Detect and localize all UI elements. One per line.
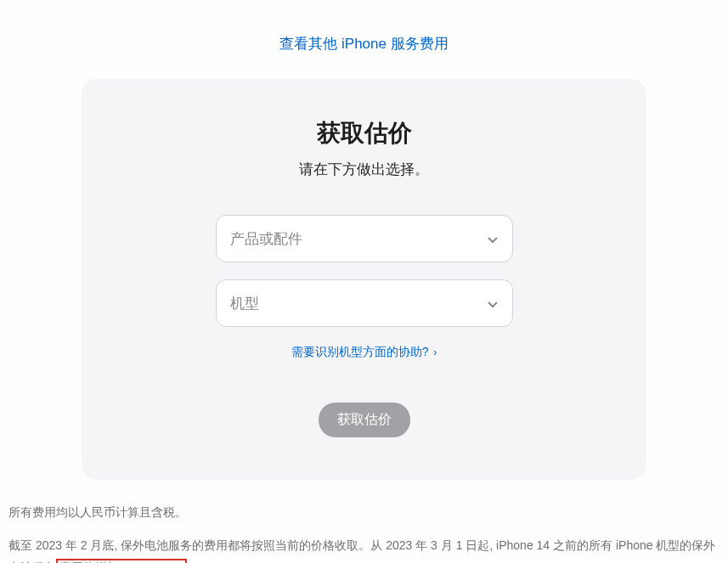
get-estimate-button[interactable]: 获取估价 — [319, 403, 410, 437]
footer-note-price-change: 截至 2023 年 2 月底, 保外电池服务的费用都将按照当前的价格收取。从 2… — [8, 534, 720, 563]
select-group: 产品或配件 机型 — [116, 215, 612, 327]
submit-wrapper: 获取估价 — [116, 403, 612, 437]
chevron-down-icon — [487, 233, 499, 245]
chevron-right-icon: › — [433, 346, 437, 358]
other-iphone-services-link[interactable]: 查看其他 iPhone 服务费用 — [279, 36, 448, 52]
help-link-container: 需要识别机型方面的协助? › — [116, 344, 612, 360]
card-subtitle: 请在下方做出选择。 — [116, 160, 612, 179]
product-select-wrapper: 产品或配件 — [216, 215, 513, 262]
estimate-card: 获取估价 请在下方做出选择。 产品或配件 机型 需要识别机型方面的协助? › — [82, 79, 646, 480]
product-select[interactable]: 产品或配件 — [216, 215, 513, 262]
top-link-container: 查看其他 iPhone 服务费用 — [0, 0, 728, 79]
model-select-placeholder: 机型 — [230, 294, 259, 313]
model-select-wrapper: 机型 — [216, 279, 513, 327]
identify-model-help-link[interactable]: 需要识别机型方面的协助? › — [291, 345, 437, 358]
footer-notes: 所有费用均以人民币计算且含税。 截至 2023 年 2 月底, 保外电池服务的费… — [0, 480, 728, 563]
card-title: 获取估价 — [116, 117, 612, 149]
help-link-label: 需要识别机型方面的协助? — [291, 345, 429, 358]
product-select-placeholder: 产品或配件 — [230, 229, 302, 249]
footer-note-currency: 所有费用均以人民币计算且含税。 — [8, 501, 720, 524]
price-increase-highlight: 费用将增加 RMB 169。 — [56, 559, 187, 563]
chevron-down-icon — [487, 297, 499, 309]
model-select[interactable]: 机型 — [216, 279, 513, 327]
